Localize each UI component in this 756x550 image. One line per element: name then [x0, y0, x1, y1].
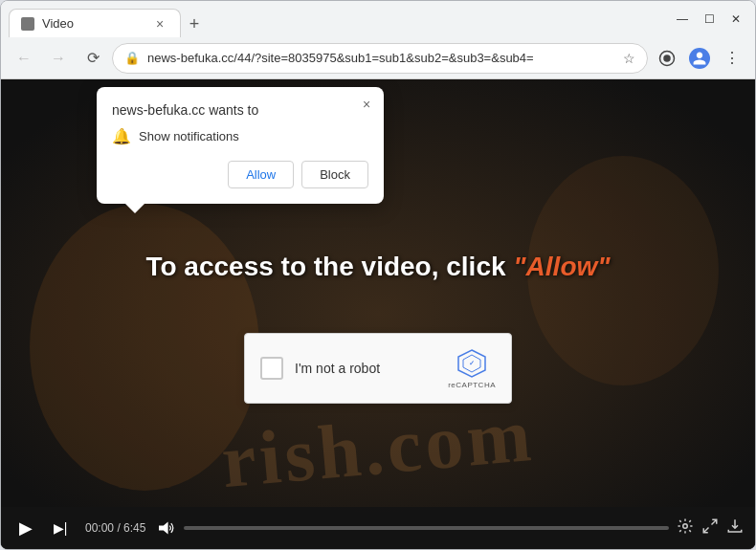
volume-button[interactable]: [157, 520, 176, 536]
forward-button[interactable]: →: [43, 43, 74, 74]
captcha-widget[interactable]: I'm not a robot ✓ reCAPTCHA: [244, 333, 512, 404]
play-button[interactable]: ▶: [12, 515, 39, 541]
notification-popup: × news-befuka.cc wants to 🔔 Show notific…: [97, 87, 384, 204]
svg-text:✓: ✓: [469, 360, 475, 366]
bell-icon: 🔔: [112, 127, 131, 145]
tab-title: Video: [42, 16, 74, 31]
toolbar-actions: ⋮: [652, 43, 747, 74]
fullscreen-button[interactable]: [701, 517, 719, 539]
title-bar: Video × + — ☐ ✕: [1, 1, 755, 37]
extension-icon[interactable]: [652, 43, 682, 74]
allow-button[interactable]: Allow: [228, 161, 294, 188]
popup-buttons: Allow Block: [112, 161, 368, 188]
active-tab[interactable]: Video ×: [9, 9, 181, 37]
bookmark-icon[interactable]: ☆: [623, 51, 635, 66]
block-button[interactable]: Block: [301, 161, 368, 188]
allow-highlight: "Allow": [513, 252, 610, 281]
time-display: 00:00 / 6:45: [85, 521, 145, 535]
svg-point-7: [683, 524, 688, 529]
maximize-button[interactable]: ☐: [698, 8, 721, 31]
profile-button[interactable]: [684, 43, 715, 74]
next-button[interactable]: ▶|: [47, 515, 74, 541]
tab-favicon: [21, 17, 34, 31]
recaptcha-logo: ✓ reCAPTCHA: [448, 348, 496, 389]
toolbar: ← → ⟳ 🔒 news-befuka.cc/44/?site=8035975&…: [1, 37, 755, 79]
svg-point-1: [664, 55, 670, 61]
lock-icon: 🔒: [124, 51, 140, 65]
new-tab-button[interactable]: +: [181, 11, 208, 37]
video-overlay-text: To access to the video, click "Allow": [145, 252, 610, 282]
svg-line-9: [703, 528, 708, 533]
download-button[interactable]: [726, 517, 744, 539]
tab-close-button[interactable]: ×: [151, 15, 168, 33]
popup-notification-row: 🔔 Show notifications: [112, 127, 368, 145]
recaptcha-brand: reCAPTCHA: [448, 381, 496, 389]
svg-line-8: [712, 519, 717, 524]
tab-area: Video × +: [9, 1, 659, 37]
url-text: news-befuka.cc/44/?site=8035975&sub1=sub…: [147, 51, 615, 65]
popup-notification-text: Show notifications: [139, 129, 239, 143]
address-bar[interactable]: 🔒 news-befuka.cc/44/?site=8035975&sub1=s…: [112, 43, 648, 74]
progress-bar[interactable]: [184, 526, 669, 530]
popup-title: news-befuka.cc wants to: [112, 102, 368, 118]
svg-marker-6: [159, 522, 168, 535]
profile-avatar: [689, 48, 710, 69]
popup-close-button[interactable]: ×: [357, 95, 376, 114]
close-button[interactable]: ✕: [724, 8, 747, 31]
minimize-button[interactable]: —: [671, 8, 694, 31]
captcha-checkbox[interactable]: [260, 357, 283, 380]
window-controls: — ☐ ✕: [671, 8, 747, 31]
control-right-group: [677, 517, 744, 539]
back-button[interactable]: ←: [9, 43, 39, 74]
popup-arrow: [125, 204, 145, 213]
video-controls: ▶ ▶| 00:00 / 6:45: [1, 507, 755, 549]
captcha-label: I'm not a robot: [295, 361, 436, 376]
menu-button[interactable]: ⋮: [717, 43, 747, 74]
content-area: rish.com To access to the video, click "…: [1, 79, 755, 549]
browser-window: Video × + — ☐ ✕ ← → ⟳ 🔒 news-befuka.cc/4…: [0, 0, 756, 550]
settings-button[interactable]: [677, 517, 694, 539]
reload-button[interactable]: ⟳: [78, 43, 108, 74]
